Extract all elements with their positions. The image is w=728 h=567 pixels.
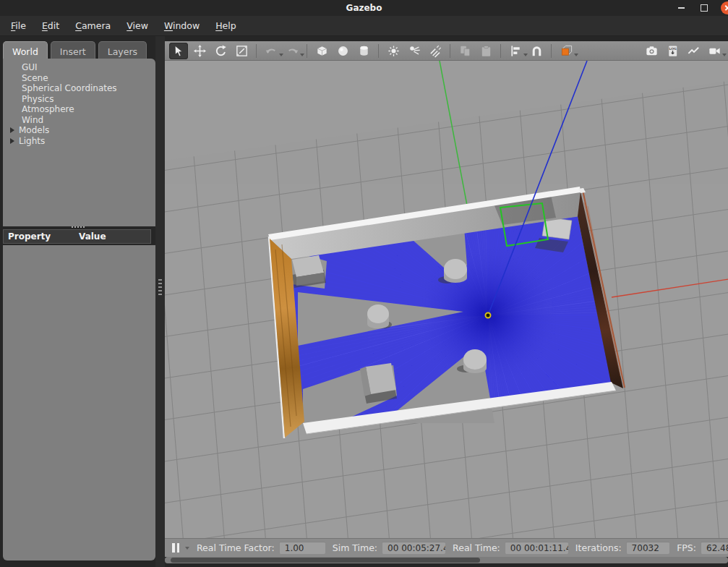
horizontal-scrollbar[interactable]	[165, 557, 728, 563]
sidebar-item-label: Scene	[22, 73, 48, 83]
step-dropdown-caret-icon[interactable]	[185, 547, 189, 550]
viewport-3d[interactable]	[165, 61, 728, 538]
copy-tool-button[interactable]	[455, 43, 474, 59]
menu-file[interactable]: File	[3, 17, 34, 34]
sidebar-item-physics[interactable]: Physics	[3, 94, 155, 105]
scale-tool-button[interactable]	[232, 43, 251, 59]
snap-tool-button[interactable]	[527, 43, 546, 59]
dropdown-caret-icon	[722, 54, 727, 56]
minimize-button[interactable]	[675, 1, 688, 14]
copy-icon	[458, 44, 472, 58]
plot-tool-button[interactable]	[684, 43, 703, 59]
sphere-tool-button[interactable]	[333, 43, 352, 59]
toolbar: LOG	[165, 41, 728, 61]
toolbar-separator	[256, 44, 257, 58]
undo-icon	[265, 44, 278, 58]
property-column-header[interactable]: Property	[4, 231, 79, 242]
statusbar: Real Time Factor: 1.00 Sim Time: 00 00:0…	[165, 538, 728, 557]
paste-tool-button[interactable]	[476, 43, 495, 59]
sidebar-item-wind[interactable]: Wind	[3, 115, 155, 126]
view-angle-icon	[560, 44, 573, 58]
toolbar-separator	[450, 44, 450, 58]
fps-value: 62.48	[701, 542, 728, 554]
scrollbar-thumb[interactable]	[171, 558, 480, 563]
select-icon	[172, 44, 186, 58]
splitter-grip-icon	[158, 279, 162, 295]
tab-layers[interactable]: Layers	[98, 41, 147, 59]
cylinder-tool-button[interactable]	[354, 43, 373, 59]
point-light-tool-button[interactable]	[384, 43, 403, 59]
snap-icon	[530, 44, 544, 58]
menu-help[interactable]: Help	[207, 17, 244, 34]
translate-tool-button[interactable]	[190, 43, 209, 59]
expand-arrow-icon[interactable]	[10, 127, 14, 133]
select-tool-button[interactable]	[169, 43, 188, 59]
translate-icon	[193, 44, 207, 58]
obstacle-cylinder[interactable]	[444, 259, 467, 279]
gazebo-window: Gazebo FileEditCameraViewWindowHelp Worl…	[0, 0, 728, 567]
box-tool-button[interactable]	[312, 43, 331, 59]
point-light-icon	[387, 44, 401, 58]
sidebar-item-label: Wind	[22, 115, 43, 125]
toolbar-separator	[307, 44, 307, 58]
property-table-body	[3, 245, 155, 560]
tab-insert[interactable]: Insert	[51, 41, 95, 59]
redo-tool-button[interactable]	[283, 43, 301, 59]
value-column-header[interactable]: Value	[79, 231, 150, 242]
pause-button[interactable]	[171, 542, 181, 554]
toolbar-separator	[551, 44, 552, 58]
directional-light-tool-button[interactable]	[426, 43, 445, 59]
titlebar[interactable]: Gazebo	[0, 0, 728, 16]
sidebar-item-gui[interactable]: GUI	[3, 62, 155, 73]
view-angle-tool-button[interactable]	[557, 43, 575, 59]
spot-light-icon	[408, 44, 421, 58]
property-table-header: Property Value	[3, 229, 151, 244]
spot-light-tool-button[interactable]	[405, 43, 424, 59]
menu-view[interactable]: View	[119, 17, 156, 34]
pause-icon	[172, 543, 175, 553]
svg-text:LOG: LOG	[669, 46, 677, 50]
scale-icon	[235, 44, 249, 58]
sidebar-item-label: Atmosphere	[22, 104, 74, 114]
screenshot-icon	[645, 44, 659, 58]
robot-lidar-origin[interactable]	[486, 313, 491, 318]
panel-splitter[interactable]	[155, 36, 165, 567]
video-record-tool-button[interactable]	[705, 43, 724, 59]
close-button[interactable]	[721, 1, 728, 14]
sidebar-item-scene[interactable]: Scene	[3, 73, 155, 84]
dropdown-caret-icon	[300, 54, 304, 56]
menu-edit[interactable]: Edit	[34, 17, 67, 34]
menu-camera[interactable]: Camera	[67, 17, 119, 34]
sphere-icon	[336, 44, 350, 58]
iterations-label: Iterations:	[575, 542, 622, 553]
align-tool-button[interactable]	[506, 43, 525, 59]
obstacle-cylinder[interactable]	[367, 304, 389, 323]
directional-light-icon	[429, 44, 442, 58]
undo-tool-button[interactable]	[262, 43, 281, 59]
tab-world[interactable]: World	[3, 41, 48, 59]
obstacle-box[interactable]	[366, 363, 396, 394]
sidebar-item-spherical-coordinates[interactable]: Spherical Coordinates	[3, 83, 155, 94]
sidebar-item-lights[interactable]: Lights	[3, 136, 155, 147]
restore-button[interactable]	[698, 1, 711, 14]
log-record-icon: LOG	[666, 44, 680, 58]
video-record-icon	[708, 44, 721, 58]
box-icon	[315, 44, 329, 58]
cylinder-icon	[357, 44, 371, 58]
screenshot-tool-button[interactable]	[642, 43, 661, 59]
rotate-tool-button[interactable]	[211, 43, 230, 59]
plot-icon	[687, 44, 701, 58]
menu-window[interactable]: Window	[156, 17, 207, 34]
sidebar-item-label: GUI	[22, 62, 38, 72]
main-area: LOG Real Time Factor: 1.00 Sim Time: 00 …	[165, 36, 728, 567]
align-icon	[509, 44, 523, 58]
toolbar-separator	[500, 44, 501, 58]
obstacle-cylinder[interactable]	[463, 349, 487, 370]
sidebar-item-atmosphere[interactable]: Atmosphere	[3, 104, 155, 115]
sidebar-item-models[interactable]: Models	[3, 125, 155, 136]
expand-arrow-icon[interactable]	[10, 138, 14, 144]
log-record-tool-button[interactable]: LOG	[663, 43, 682, 59]
sim-time-label: Sim Time:	[333, 542, 377, 553]
sidebar-item-label: Physics	[22, 94, 53, 104]
left-panel: WorldInsertLayers GUISceneSpherical Coor…	[0, 36, 155, 567]
